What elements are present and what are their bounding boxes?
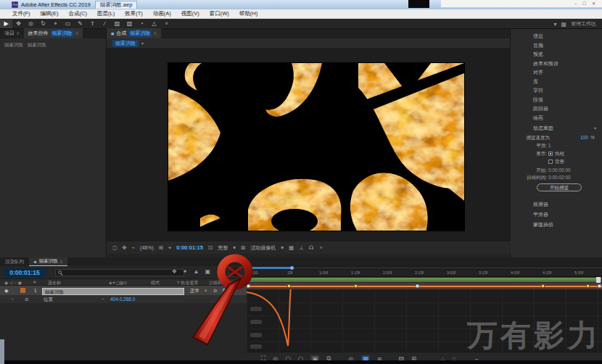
panel-tab-tracker[interactable]: 跟踪器 xyxy=(511,104,602,113)
work-area-handle[interactable] xyxy=(596,277,601,283)
magnification-icon[interactable]: ✥ xyxy=(122,244,126,251)
panel-tab-audio[interactable]: 音频 xyxy=(511,41,602,50)
menu-animation[interactable]: 动画(A) xyxy=(148,10,176,17)
eraser-tool-icon[interactable]: ▧ xyxy=(123,20,136,27)
keyframe[interactable] xyxy=(586,284,590,288)
twirl-icon[interactable]: › xyxy=(12,297,13,302)
tab-effect-controls[interactable]: 效果控件 烟雾消散 ≡ xyxy=(24,28,83,38)
panel-menu-icon[interactable]: ≡ xyxy=(76,31,79,36)
dropdown-icon[interactable]: ▾ xyxy=(233,244,236,251)
menu-effect[interactable]: 效果(T) xyxy=(120,10,148,17)
keyframe[interactable] xyxy=(247,284,250,288)
panel-menu-icon[interactable]: ≡ xyxy=(154,31,157,36)
clone-stamp-tool-icon[interactable]: ▨ xyxy=(111,20,123,27)
frame-blend-icon[interactable]: ▣ xyxy=(205,268,210,275)
grid-guides-icon[interactable]: ⊞ xyxy=(159,244,163,251)
zoom-level[interactable]: (48%) xyxy=(140,245,154,250)
resolution-select[interactable]: 完整 xyxy=(218,244,228,252)
panel-tab-wiggler[interactable]: 摇摆器 xyxy=(511,200,602,209)
pixel-aspect-icon[interactable]: ⊥ xyxy=(299,244,304,251)
layer-mode-select[interactable]: 正常 xyxy=(190,288,199,294)
menu-edit[interactable]: 编辑(E) xyxy=(36,10,64,17)
panel-tab-paragraph[interactable]: 段落 xyxy=(511,96,602,104)
parent-pickwhip-icon[interactable]: ⊙ xyxy=(213,288,217,294)
mask-visibility-icon[interactable]: ⌖ xyxy=(168,244,171,252)
menu-composition[interactable]: 合成(C) xyxy=(64,10,92,17)
roto-brush-tool-icon[interactable]: ◔ xyxy=(136,20,148,27)
dropdown-icon[interactable]: ▾ xyxy=(281,244,284,251)
layer-name-field[interactable]: 烟雾消散 xyxy=(42,288,184,295)
menu-window[interactable]: 窗口(W) xyxy=(205,10,234,17)
dropdown-icon[interactable]: ▾ xyxy=(205,288,207,294)
background-checkbox[interactable]: 背景 xyxy=(548,159,564,165)
panel-tab-mask-interpolation[interactable]: 蒙版插值 xyxy=(511,220,602,229)
panel-tab-character[interactable]: 字符 xyxy=(511,86,602,95)
snapshot-icon[interactable]: ⊡ xyxy=(208,244,213,251)
panel-menu-icon[interactable]: ≡ xyxy=(17,31,20,36)
layer-parent-select[interactable]: 无 xyxy=(222,288,227,294)
region-of-interest-icon[interactable]: ⊠ xyxy=(241,244,245,251)
wireframe-checkbox[interactable]: 线框 xyxy=(548,151,564,157)
collapse-triangle-icon[interactable]: ▾ xyxy=(594,124,596,133)
layer-row-1[interactable]: ◉ 1 烟雾消散 正常 ▾ ⊙ 无 ▾ xyxy=(0,286,247,295)
camera-tool-icon[interactable]: ⌖ xyxy=(49,20,62,28)
hand-tool-icon[interactable]: ✥ xyxy=(12,20,25,27)
keyframe[interactable] xyxy=(416,284,419,288)
panel-tab-libraries[interactable]: 库 xyxy=(511,78,602,86)
document-tab[interactable]: 烟雾消散.aep xyxy=(95,1,138,9)
time-navigator[interactable] xyxy=(247,267,602,269)
composition-mini-flowchart-icon[interactable]: ❖ xyxy=(172,268,177,275)
title-bar[interactable]: Ae Adobe After Effects CC 2019 烟雾消散.aep … xyxy=(0,0,602,9)
window-controls[interactable]: – ☐ ✕ xyxy=(574,1,598,6)
text-tool-icon[interactable]: T xyxy=(86,20,99,27)
dropdown-icon[interactable]: ▾ xyxy=(231,288,233,294)
flowchart-icon[interactable]: ⚬ xyxy=(318,244,323,251)
draft3d-icon[interactable]: ✦ xyxy=(183,268,188,275)
camera-select[interactable]: 活动摄像机 xyxy=(250,244,276,252)
puppet-pin-tool-icon[interactable]: △ xyxy=(148,20,160,27)
always-preview-icon[interactable]: ◻ xyxy=(112,244,117,251)
panel-tab-align[interactable]: 对齐 xyxy=(511,68,602,77)
menu-layer[interactable]: 图层(L) xyxy=(92,10,120,17)
menu-help[interactable]: 帮助(H) xyxy=(234,10,263,17)
capture-speed-value[interactable]: 100 xyxy=(580,135,588,140)
property-row-position[interactable]: › ⊙ 位置 ~ 404.0,288.0 xyxy=(0,295,247,303)
speed-graph-area[interactable] xyxy=(247,289,602,352)
tab-render-queue[interactable]: 渲染队列 xyxy=(0,258,29,266)
work-area-bar[interactable] xyxy=(247,277,602,283)
preview-timecode[interactable]: 0:00:01:15 xyxy=(176,244,203,251)
stopwatch-icon[interactable]: ⊙ xyxy=(25,297,28,302)
keyframe[interactable] xyxy=(354,284,358,288)
workspace-grid-icon[interactable]: ▦ xyxy=(561,21,566,28)
tab-project[interactable]: 项目≡ xyxy=(0,28,24,38)
panel-tab-paint[interactable]: 绘画 xyxy=(511,114,602,123)
comp-nav-arrow-icon[interactable]: ▾ xyxy=(141,41,144,46)
tab-timeline-comp[interactable]: ■ 烟雾消散 ≡ xyxy=(29,257,67,266)
workspace-menu[interactable]: 管理工作区 xyxy=(571,20,596,28)
panel-menu-icon[interactable]: ≡ xyxy=(60,260,63,264)
panel-tab-smoother[interactable]: 平滑器 xyxy=(511,210,602,219)
mask-feather-tool-icon[interactable]: ⚬ xyxy=(160,20,173,27)
menu-view[interactable]: 视图(V) xyxy=(176,10,205,17)
composition-image[interactable] xyxy=(168,63,464,231)
view-layout-icon[interactable]: ▦ xyxy=(289,244,294,251)
panel-tab-motion-sketch[interactable]: 动态草图 ▾ xyxy=(511,124,602,133)
tab-composition[interactable]: ■ 合成 烟雾消散 ≡ xyxy=(107,28,161,38)
timeline-button-icon[interactable]: ☊ xyxy=(309,244,314,251)
shape-tool-icon[interactable]: ▭ xyxy=(62,20,74,27)
zoom-tool-icon[interactable]: ◎ xyxy=(25,20,37,27)
panel-tab-info[interactable]: 信息 xyxy=(511,32,602,41)
workspace-chevron-icon[interactable]: ▾ xyxy=(553,21,556,28)
composition-viewer[interactable] xyxy=(107,48,511,241)
current-time-display[interactable]: 0:00:01:15 xyxy=(3,268,46,277)
hide-shy-icon[interactable]: ▲ xyxy=(194,268,199,275)
expression-link-icon[interactable]: ~ xyxy=(102,297,104,302)
keyframe[interactable] xyxy=(287,284,291,288)
menu-file[interactable]: 文件(F) xyxy=(7,10,36,17)
hand-icon[interactable]: ⌁ xyxy=(132,244,136,251)
panel-tab-effects-presets[interactable]: 效果和预设 xyxy=(511,59,602,68)
selection-tool-icon[interactable]: ▶ xyxy=(0,20,12,28)
timeline-search-input[interactable] xyxy=(55,269,184,276)
rotate-tool-icon[interactable]: ↻ xyxy=(37,20,49,27)
keyframe[interactable] xyxy=(541,284,545,288)
